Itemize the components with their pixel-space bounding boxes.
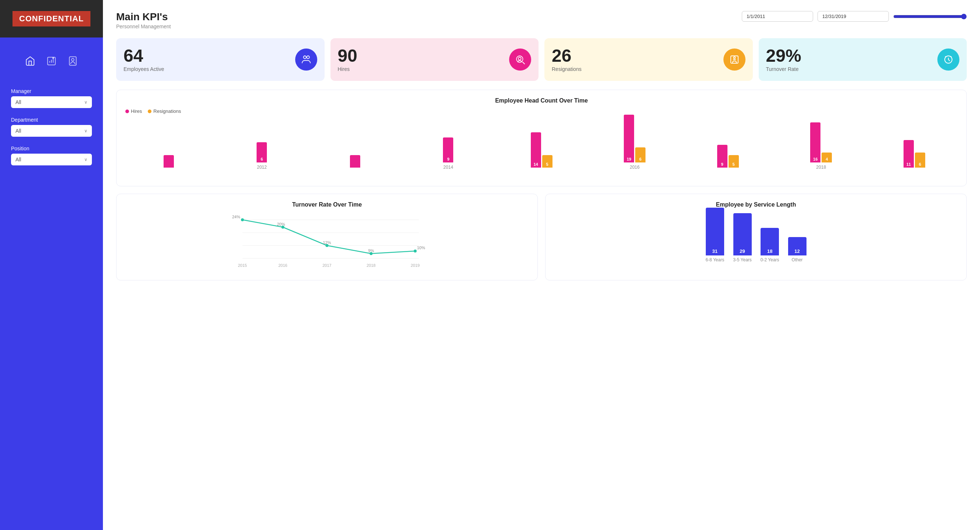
service-bar: 12 (788, 237, 807, 255)
kpi-card-turnover: 29% Turnover Rate (759, 38, 967, 81)
turnover-line-chart: 24% 20% 12% 9% 10% 2015 2016 2017 2018 2… (125, 212, 528, 271)
bar-year-label: 2018 (816, 165, 826, 170)
bar-chart: 62012920141451962016951642018116 (125, 120, 958, 178)
bar-pair: 95 (717, 145, 739, 168)
headcount-chart: Employee Head Count Over Time Hires Resi… (116, 90, 967, 186)
bar-group: 1642018 (778, 123, 865, 170)
service-bar: 29 (733, 213, 752, 255)
department-select-wrapper[interactable]: All (11, 125, 92, 137)
resignation-bar: 5 (542, 155, 552, 168)
nav-home[interactable] (25, 56, 35, 66)
service-bar-group: 316-8 Years (705, 208, 724, 263)
kpi-hires-info: 90 Hires (338, 47, 357, 72)
date-start-input[interactable] (742, 11, 813, 22)
bar-pair: 196 (624, 115, 646, 162)
kpi-employees-info: 64 Employees Active (124, 47, 164, 72)
turnover-chart-title: Turnover Rate Over Time (125, 201, 528, 208)
bar-pair: 164 (810, 123, 832, 162)
bar-year-label: 2014 (443, 165, 453, 170)
bar-group (125, 155, 212, 170)
kpi-hires-number: 90 (338, 47, 357, 65)
svg-point-6 (72, 59, 74, 61)
svg-line-10 (522, 62, 525, 64)
bar-group: 92014 (405, 137, 492, 170)
main-header: Main KPI's Personnel Management (116, 11, 967, 29)
kpi-resignations-label: Resignations (552, 66, 582, 72)
svg-point-29 (241, 218, 244, 221)
manager-label: Manager (11, 88, 92, 94)
hire-bar: 16 (810, 123, 821, 162)
date-end-input[interactable] (818, 11, 889, 22)
position-select-wrapper[interactable]: All (11, 154, 92, 166)
bar-pair: 145 (531, 132, 552, 168)
svg-point-32 (370, 252, 373, 255)
kpi-hires-icon (509, 49, 531, 70)
bar-year-label: 2012 (257, 165, 267, 170)
manager-select-wrapper[interactable]: All (11, 96, 92, 108)
resignation-bar: 4 (822, 153, 832, 162)
legend-resignations: Resignations (148, 108, 181, 114)
hire-bar (350, 155, 360, 168)
hire-bar: 6 (256, 142, 267, 162)
hire-bar: 14 (531, 132, 541, 168)
charts-bottom: Turnover Rate Over Time 24% 20% 12% 9% 1… (116, 194, 967, 280)
bar-group: 145 (498, 132, 585, 170)
nav-profile[interactable] (68, 56, 78, 66)
bar-group: 62012 (219, 142, 305, 170)
kpi-turnover-label: Turnover Rate (766, 66, 801, 72)
date-slider-wrapper (893, 14, 967, 19)
kpi-employees-label: Employees Active (124, 66, 164, 72)
department-select[interactable]: All (11, 125, 92, 137)
headcount-chart-title: Employee Head Count Over Time (125, 97, 958, 104)
kpi-turnover-number: 29% (766, 47, 801, 65)
kpi-row: 64 Employees Active 90 Hires (116, 38, 967, 81)
sidebar: CONFIDENTIAL Ma (0, 0, 103, 530)
service-bar-group: 180-2 Years (760, 228, 779, 263)
service-bar-group: 12Other (788, 237, 807, 263)
kpi-card-resignations: 26 Resignations (544, 38, 753, 81)
resignation-bar: 5 (729, 155, 739, 168)
position-select[interactable]: All (11, 154, 92, 166)
bar-pair: 6 (256, 142, 267, 162)
svg-text:2016: 2016 (278, 263, 287, 267)
position-label: Position (11, 146, 92, 151)
kpi-resignations-icon (724, 49, 746, 70)
turnover-chart: Turnover Rate Over Time 24% 20% 12% 9% 1… (116, 194, 538, 280)
service-bar-label: 3-5 Years (733, 257, 752, 263)
main-title-group: Main KPI's Personnel Management (116, 11, 171, 29)
bar-pair: 116 (904, 140, 925, 168)
svg-text:20%: 20% (277, 222, 285, 226)
service-bar-label: 6-8 Years (705, 257, 724, 263)
resignation-bar: 6 (915, 153, 925, 168)
bar-group: 1962016 (592, 115, 678, 170)
legend-hires-label: Hires (131, 108, 142, 114)
svg-point-33 (414, 250, 417, 253)
hire-bar: 9 (443, 137, 453, 162)
nav-reports[interactable] (46, 56, 57, 66)
kpi-resignations-info: 26 Resignations (552, 47, 582, 72)
date-range-slider[interactable] (893, 14, 967, 19)
service-bar-label: 0-2 Years (760, 257, 779, 263)
svg-text:2018: 2018 (366, 263, 375, 267)
hire-bar: 19 (624, 115, 634, 162)
hire-bar: 9 (717, 145, 727, 168)
service-length-chart: Employee by Service Length 316-8 Years29… (545, 194, 967, 280)
main-subtitle: Personnel Management (116, 24, 171, 29)
legend-hires: Hires (125, 108, 142, 114)
bar-group (312, 155, 398, 170)
legend-resignations-label: Resignations (153, 108, 181, 114)
svg-point-11 (518, 57, 521, 60)
kpi-resignations-number: 26 (552, 47, 582, 65)
svg-text:2019: 2019 (410, 263, 419, 267)
bar-pair: 9 (443, 137, 453, 162)
kpi-turnover-icon (937, 49, 959, 70)
position-filter: Position All (11, 146, 92, 166)
date-range (742, 11, 967, 22)
svg-point-4 (52, 57, 54, 59)
kpi-card-employees: 64 Employees Active (116, 38, 325, 81)
kpi-employees-icon (295, 49, 317, 70)
department-filter: Department All (11, 117, 92, 137)
manager-select[interactable]: All (11, 96, 92, 108)
department-label: Department (11, 117, 92, 123)
kpi-card-hires: 90 Hires (331, 38, 539, 81)
